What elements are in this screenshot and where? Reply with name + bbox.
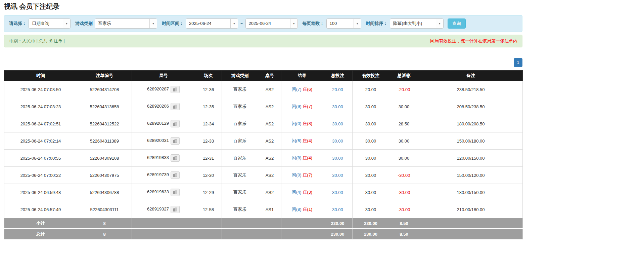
session-cell: 12-30	[195, 167, 222, 184]
date-from-select[interactable]: 2025-06-24 ▼	[186, 18, 238, 29]
result-player: 闲(8)	[292, 155, 302, 160]
round-id: 628919833	[147, 155, 169, 160]
page-size-label: 每页笔数：	[303, 21, 324, 27]
chevron-down-icon[interactable]: ▼	[354, 19, 361, 28]
page-1-button[interactable]: 1	[514, 58, 522, 67]
chevron-down-icon[interactable]: ▼	[436, 19, 443, 28]
result-player: 闲(6)	[292, 138, 302, 143]
view-cards-button[interactable]	[171, 103, 180, 110]
total-bet-cell: 30.00	[323, 150, 353, 167]
payout-cell: 28.50	[389, 115, 419, 132]
column-header: 场次	[195, 71, 222, 81]
time-cell: 2025-06-24 07:02:51	[4, 115, 77, 132]
summary-empty	[222, 229, 258, 239]
valid-bet-cell: 30.00	[353, 201, 389, 218]
remark-cell: 180.00/208.50	[419, 115, 523, 132]
result-player: 闲(9)	[292, 104, 302, 109]
summary-label: 总计	[4, 229, 77, 239]
payout-cell: 30.00	[389, 132, 419, 150]
table-no-cell: AS2	[258, 184, 281, 201]
total-bet-link[interactable]: 30.00	[332, 139, 343, 144]
cards-icon	[173, 139, 178, 143]
total-bet-link[interactable]: 30.00	[332, 173, 343, 178]
result-banker: 庄(8)	[303, 121, 312, 126]
search-button[interactable]: 查询	[448, 18, 466, 29]
round-id-cell: 628920129	[132, 115, 195, 132]
view-cards-button[interactable]	[171, 120, 180, 127]
remark-cell: 180.00/150.00	[419, 184, 523, 201]
view-cards-button[interactable]	[171, 86, 180, 93]
game-type-select[interactable]: 百家乐 ▼	[95, 18, 157, 29]
game-type-cell: 百家乐	[222, 132, 258, 150]
summary-valid-bet: 230.00	[353, 229, 389, 239]
round-id-cell: 628919633	[132, 184, 195, 201]
date-to-select[interactable]: 2025-06-24 ▼	[245, 18, 298, 29]
total-bet-link[interactable]: 30.00	[332, 156, 343, 161]
total-bet-link[interactable]: 20.00	[332, 87, 343, 92]
total-bet-cell: 30.00	[323, 167, 353, 184]
result-cell: 闲(9) 庄(7)	[281, 98, 323, 115]
total-bet-cell: 30.00	[323, 201, 353, 218]
result-banker: 庄(7)	[303, 104, 312, 109]
column-header: 总派彩	[389, 71, 419, 81]
table-no-cell: AS2	[258, 132, 281, 150]
game-type-cell: 百家乐	[222, 150, 258, 167]
info-bar: 币别：人民币 | 总共 :8 注单 | 同局有效投注，统一计算在该局第一张注单内	[4, 35, 522, 47]
payout-cell: 30.00	[389, 150, 419, 167]
result-banker: 庄(1)	[303, 207, 312, 212]
subtotal-row: 小计8230.00230.008.50	[4, 218, 523, 229]
result-cell: 闲(8) 庄(4)	[281, 150, 323, 167]
query-type-value: 日期查询	[29, 19, 63, 28]
total-bet-cell: 30.00	[323, 132, 353, 150]
session-cell: 12-36	[195, 81, 222, 98]
total-bet-cell: 20.00	[323, 81, 353, 98]
result-player: 闲(0)	[292, 121, 302, 126]
table-row: 2025-06-24 07:02:14522604311389628920031…	[4, 132, 523, 150]
result-banker: 庄(6)	[303, 87, 312, 92]
view-cards-button[interactable]	[171, 137, 180, 145]
currency-summary-text: 币别：人民币 | 总共 :8 注单 |	[9, 38, 65, 44]
table-row: 2025-06-24 06:57:49522604303111628919327…	[4, 201, 523, 218]
cards-icon	[173, 207, 178, 212]
header-row: 时间注单编号局号场次游戏类别桌号结果总投注有效投注总派彩备注	[4, 71, 523, 81]
column-header: 游戏类别	[222, 71, 258, 81]
page-size-value: 100	[327, 19, 354, 28]
game-type-cell: 百家乐	[222, 167, 258, 184]
game-type-cell: 百家乐	[222, 184, 258, 201]
chevron-down-icon[interactable]: ▼	[290, 19, 297, 28]
bet-id-cell: 522604314708	[77, 81, 132, 98]
round-id: 628920206	[147, 104, 169, 109]
summary-total-bet: 230.00	[323, 229, 353, 239]
summary-empty	[419, 229, 523, 239]
summary-empty	[281, 229, 323, 239]
view-cards-button[interactable]	[171, 171, 180, 179]
round-id-cell: 628919327	[132, 201, 195, 218]
total-bet-link[interactable]: 30.00	[332, 190, 343, 195]
chevron-down-icon[interactable]: ▼	[149, 19, 157, 28]
bet-id-cell: 522604312522	[77, 115, 132, 132]
time-cell: 2025-06-24 07:02:14	[4, 132, 77, 150]
time-cell: 2025-06-24 07:00:22	[4, 167, 77, 184]
total-bet-link[interactable]: 30.00	[332, 207, 343, 212]
valid-bet-cell: 30.00	[353, 115, 389, 132]
remark-cell: 208.50/238.50	[419, 98, 523, 115]
summary-empty	[222, 218, 258, 229]
game-type-cell: 百家乐	[222, 98, 258, 115]
view-cards-button[interactable]	[171, 154, 180, 162]
total-bet-link[interactable]: 30.00	[332, 121, 343, 126]
bet-id-cell: 522604309108	[77, 150, 132, 167]
result-player: 闲(7)	[292, 87, 302, 92]
chevron-down-icon[interactable]: ▼	[230, 19, 238, 28]
summary-count: 8	[77, 218, 132, 229]
total-bet-link[interactable]: 30.00	[332, 104, 343, 109]
valid-bet-cell: 30.00	[353, 167, 389, 184]
summary-empty	[258, 229, 281, 239]
page-size-select[interactable]: 100 ▼	[326, 18, 361, 29]
query-type-label: 请选择：	[9, 21, 27, 27]
view-cards-button[interactable]	[171, 189, 180, 196]
result-cell: 闲(4) 庄(3)	[281, 184, 323, 201]
sort-order-select[interactable]: 降冪(由大到小) ▼	[390, 18, 444, 29]
query-type-select[interactable]: 日期查询 ▼	[29, 18, 71, 29]
chevron-down-icon[interactable]: ▼	[63, 19, 70, 28]
view-cards-button[interactable]	[171, 206, 180, 213]
